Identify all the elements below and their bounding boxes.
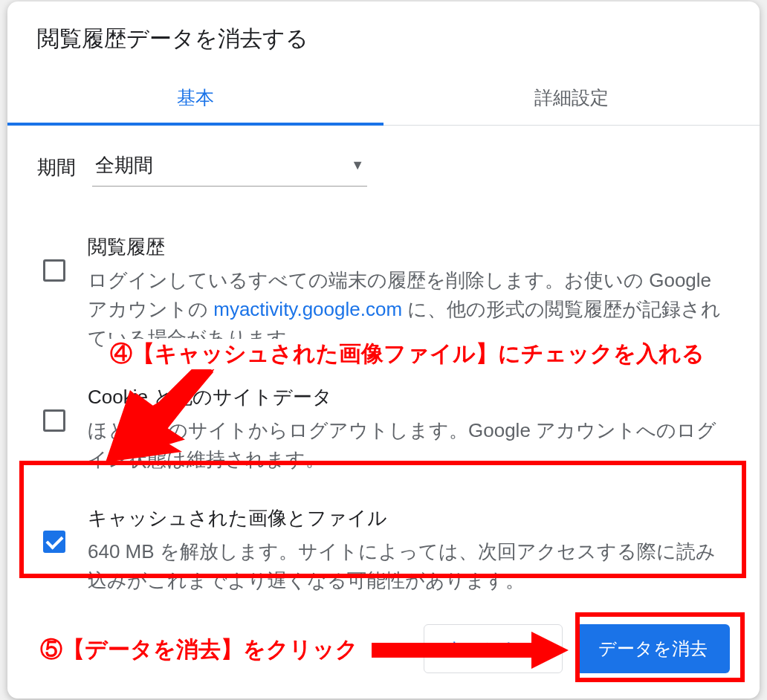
checkbox-cached-images[interactable]	[43, 531, 65, 553]
tab-advanced[interactable]: 詳細設定	[384, 72, 760, 125]
clear-data-button[interactable]: データを消去	[576, 624, 730, 673]
option-desc: ほとんどのサイトからログアウトします。Google アカウントへのログイン状態は…	[88, 416, 730, 474]
option-text: キャッシュされた画像とファイル 640 MB を解放します。サイトによっては、次…	[88, 504, 730, 595]
dialog-title: 閲覧履歴データを消去する	[7, 1, 760, 72]
dialog-content: 期間 全期間 ▼ 閲覧履歴 ログインしているすべての端末の履歴を削除します。お使…	[7, 126, 760, 631]
option-cookies: Cookie と他のサイトデータ ほとんどのサイトからログアウトします。Goog…	[37, 374, 730, 495]
myactivity-link[interactable]: myactivity.google.com	[213, 298, 402, 320]
tab-basic[interactable]: 基本	[7, 72, 384, 125]
time-range-value: 全期間	[95, 152, 153, 178]
option-title: 閲覧履歴	[88, 233, 730, 262]
option-title: Cookie と他のサイトデータ	[88, 383, 730, 412]
chevron-down-icon: ▼	[351, 158, 364, 173]
option-cached-images: キャッシュされた画像とファイル 640 MB を解放します。サイトによっては、次…	[37, 495, 730, 616]
checkbox-browsing-history[interactable]	[43, 259, 65, 282]
dialog-buttons: キャンセル データを消去	[424, 624, 730, 673]
option-desc: ログインしているすべての端末の履歴を削除します。お使いの Google アカウン…	[88, 266, 730, 353]
time-range-row: 期間 全期間 ▼	[37, 148, 730, 187]
option-text: 閲覧履歴 ログインしているすべての端末の履歴を削除します。お使いの Google…	[88, 233, 730, 353]
checkbox-cookies[interactable]	[43, 409, 65, 432]
option-browsing-history: 閲覧履歴 ログインしているすべての端末の履歴を削除します。お使いの Google…	[37, 224, 730, 374]
time-range-select[interactable]: 全期間 ▼	[92, 148, 367, 187]
option-text: Cookie と他のサイトデータ ほとんどのサイトからログアウトします。Goog…	[88, 383, 730, 474]
tabs: 基本 詳細設定	[7, 72, 760, 126]
clear-browsing-data-dialog: 閲覧履歴データを消去する 基本 詳細設定 期間 全期間 ▼ 閲覧履歴 ログインし…	[7, 1, 760, 699]
cancel-button[interactable]: キャンセル	[424, 624, 563, 673]
option-desc: 640 MB を解放します。サイトによっては、次回アクセスする際に読み込みがこれ…	[88, 537, 730, 595]
option-title: キャッシュされた画像とファイル	[88, 504, 730, 533]
time-range-label: 期間	[37, 155, 76, 181]
